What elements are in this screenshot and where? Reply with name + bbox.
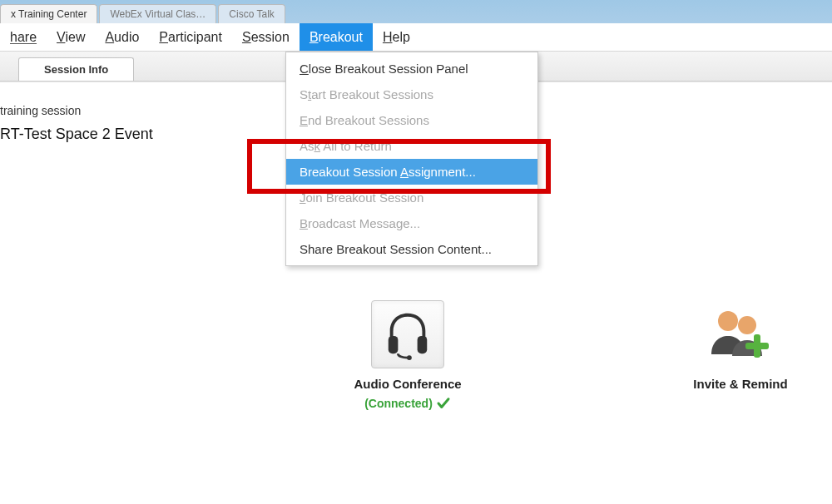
dd-join-session: Join Breakout Session [286, 185, 537, 210]
menu-view[interactable]: View [47, 23, 95, 51]
tab-session-info[interactable]: Session Info [18, 57, 134, 81]
svg-rect-6 [745, 343, 769, 349]
browser-tab[interactable]: WebEx Virtual Clas… [99, 4, 216, 23]
dd-breakout-assignment[interactable]: Breakout Session Assignment... [286, 159, 537, 185]
menu-audio[interactable]: Audio [95, 23, 149, 51]
action-row: Audio Conference (Connected) Invit [0, 300, 832, 411]
dd-end-sessions: End Breakout Sessions [286, 107, 537, 133]
checkmark-icon [436, 396, 451, 411]
invite-people-icon [704, 300, 777, 368]
svg-point-4 [738, 316, 756, 334]
browser-tab-strip: x Training Center WebEx Virtual Clas… Ci… [0, 0, 832, 23]
browser-tab[interactable]: x Training Center [0, 4, 97, 23]
audio-conference-action[interactable]: Audio Conference (Connected) [333, 300, 483, 411]
svg-point-3 [718, 311, 738, 331]
svg-rect-0 [389, 336, 399, 353]
menu-breakout[interactable]: Breakout [300, 23, 373, 51]
dd-ask-return: Ask All to Return [286, 133, 537, 159]
headset-icon [371, 300, 444, 368]
menu-bar: hare View Audio Participant Session Brea… [0, 23, 832, 52]
menu-share[interactable]: hare [0, 23, 47, 51]
dd-start-sessions: Start Breakout Sessions [286, 82, 537, 107]
browser-tab[interactable]: Cisco Talk [218, 4, 285, 23]
invite-remind-label: Invite & Remind [693, 377, 787, 391]
invite-remind-action[interactable]: Invite & Remind [666, 300, 815, 411]
dd-broadcast: Broadcast Message... [286, 210, 537, 236]
menu-participant[interactable]: Participant [149, 23, 232, 51]
audio-status: (Connected) [364, 396, 451, 411]
breakout-dropdown: Close Breakout Session Panel Start Break… [285, 52, 538, 266]
svg-rect-1 [418, 336, 428, 353]
menu-help[interactable]: Help [373, 23, 420, 51]
menu-session[interactable]: Session [232, 23, 300, 51]
audio-conference-label: Audio Conference [354, 377, 461, 391]
dd-share-content[interactable]: Share Breakout Session Content... [286, 236, 537, 262]
dd-close-panel[interactable]: Close Breakout Session Panel [286, 56, 537, 82]
svg-point-2 [407, 355, 412, 360]
